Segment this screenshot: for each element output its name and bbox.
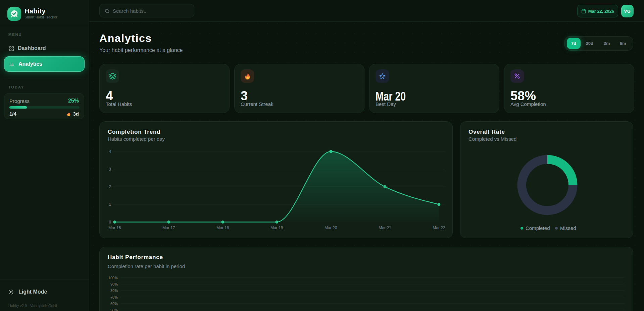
svg-text:Mar 17: Mar 17 [162, 226, 175, 230]
svg-text:0: 0 [109, 220, 111, 225]
svg-text:70%: 70% [110, 295, 118, 299]
svg-text:Mar 19: Mar 19 [270, 226, 283, 230]
svg-text:Mar 18: Mar 18 [216, 226, 229, 230]
svg-text:Mar 21: Mar 21 [379, 226, 391, 230]
svg-text:80%: 80% [110, 289, 118, 293]
svg-text:2: 2 [109, 184, 111, 189]
svg-text:90%: 90% [110, 282, 118, 286]
svg-text:50%: 50% [110, 308, 118, 311]
svg-text:Mar 16: Mar 16 [108, 226, 121, 230]
svg-text:1: 1 [109, 202, 111, 207]
svg-text:100%: 100% [108, 276, 118, 280]
svg-text:Completed: Completed [526, 225, 550, 231]
svg-text:Mar 22: Mar 22 [433, 226, 445, 230]
svg-text:3: 3 [109, 167, 111, 172]
svg-text:60%: 60% [110, 302, 118, 306]
svg-text:Mar 20: Mar 20 [325, 226, 337, 230]
svg-text:Missed: Missed [560, 225, 576, 231]
svg-text:4: 4 [109, 149, 111, 154]
